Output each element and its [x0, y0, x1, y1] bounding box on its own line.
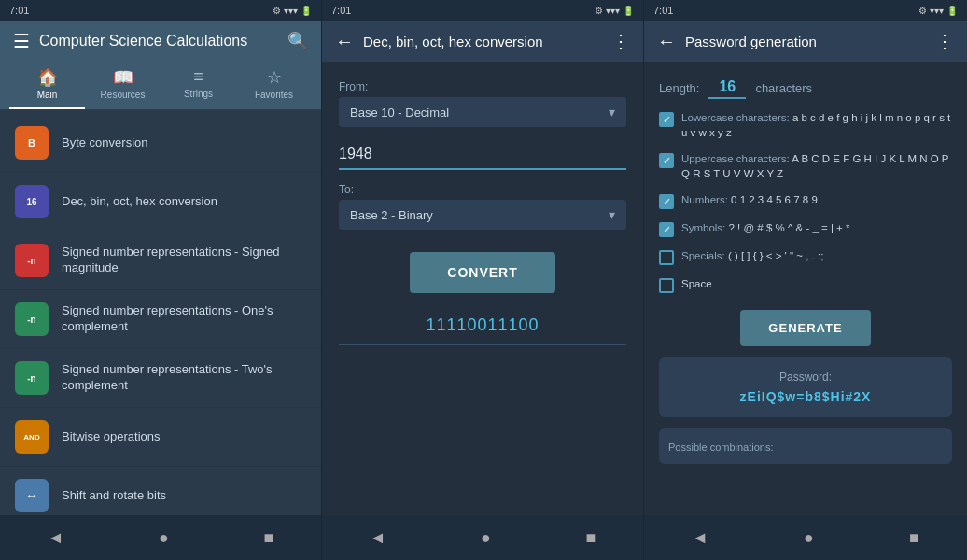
menu-item-twos[interactable]: -n Signed number representations - Two's…	[0, 349, 321, 408]
converter-title: Dec, bin, oct, hex conversion	[363, 34, 602, 49]
toolbar-1: ☰ Computer Science Calculations 🔍	[0, 21, 321, 62]
recents-btn-2[interactable]: ■	[585, 528, 596, 548]
to-label: To:	[339, 183, 626, 196]
nav-tabs: 🏠 Main 📖 Resources ≡ Strings ☆ Favorites	[0, 62, 321, 110]
specials-chars: ( ) [ ] { } < > ' " ~ , . :;	[728, 250, 823, 261]
more-icon-3[interactable]: ⋮	[935, 30, 954, 52]
symbols-text: Symbols: ? ! @ # $ % ^ & - _ = | + *	[681, 220, 850, 235]
length-unit: characters	[755, 81, 812, 95]
tab-favorites[interactable]: ☆ Favorites	[236, 67, 312, 109]
checkbox-numbers-box[interactable]: ✓	[659, 194, 674, 209]
menu-item-bitwise[interactable]: AND Bitwise operations	[0, 408, 321, 467]
checkbox-specials-box[interactable]	[659, 250, 674, 265]
menu-item-twos-label: Signed number representations - Two's co…	[62, 362, 306, 394]
checkbox-lowercase: ✓ Lowercase characters: a b c d e f g h …	[659, 110, 952, 140]
app-title: Computer Science Calculations	[39, 33, 278, 49]
symbols-chars: ? ! @ # $ % ^ & - _ = | + *	[729, 222, 850, 233]
length-value[interactable]: 16	[708, 77, 746, 99]
back-icon-2[interactable]: ←	[335, 31, 354, 52]
bottom-nav-2: ◄ ● ■	[322, 515, 643, 560]
from-value: Base 10 - Decimal	[350, 105, 449, 119]
back-btn-2[interactable]: ◄	[370, 528, 386, 548]
menu-item-signed-mag-label: Signed number representations - Signed m…	[62, 245, 306, 276]
to-section: To: Base 2 - Binary ▾	[339, 183, 626, 230]
bottom-nav-3: ◄ ● ■	[644, 515, 967, 560]
number-input[interactable]	[339, 146, 626, 162]
from-section: From: Base 10 - Decimal ▾	[339, 80, 626, 127]
byte-icon-box: B	[15, 126, 49, 160]
status-icons-3: ⚙ ▾▾▾ 🔋	[918, 6, 958, 16]
back-icon-3[interactable]: ←	[657, 31, 676, 52]
checkmark-uppercase: ✓	[663, 155, 671, 167]
more-icon-2[interactable]: ⋮	[611, 30, 630, 52]
checkmark-symbols: ✓	[663, 224, 671, 236]
checkbox-symbols: ✓ Symbols: ? ! @ # $ % ^ & - _ = | + *	[659, 220, 952, 237]
tab-favorites-label: Favorites	[255, 90, 293, 100]
password-display: Password: zEiIQ$w=b8$Hi#2X	[659, 357, 952, 417]
generate-button[interactable]: GENERATE	[740, 310, 870, 346]
numbers-text: Numbers: 0 1 2 3 4 5 6 7 8 9	[681, 192, 818, 207]
menu-item-dec[interactable]: 16 Dec, bin, oct, hex conversion	[0, 173, 321, 231]
tab-strings[interactable]: ≡ Strings	[161, 67, 236, 109]
checkbox-space-box[interactable]	[659, 278, 674, 293]
checkbox-symbols-box[interactable]: ✓	[659, 222, 674, 237]
checkbox-specials: Specials: ( ) [ ] { } < > ' " ~ , . :;	[659, 248, 952, 265]
home-btn-2[interactable]: ●	[481, 528, 491, 548]
checkbox-uppercase-box[interactable]: ✓	[659, 153, 674, 168]
menu-item-ones[interactable]: -n Signed number representations - One's…	[0, 290, 321, 349]
ones-icon-box: -n	[15, 302, 49, 336]
resources-icon: 📖	[113, 67, 133, 88]
panel-converter: 7:01 ⚙ ▾▾▾ 🔋 ← Dec, bin, oct, hex conver…	[322, 0, 644, 560]
space-label: Space	[681, 276, 712, 291]
uppercase-text: Uppercase characters: A B C D E F G H I …	[681, 151, 952, 181]
recents-btn-1[interactable]: ■	[263, 528, 273, 548]
checkbox-uppercase: ✓ Uppercase characters: A B C D E F G H …	[659, 151, 952, 181]
to-dropdown[interactable]: Base 2 - Binary ▾	[339, 200, 626, 230]
menu-item-ones-label: Signed number representations - One's co…	[62, 303, 306, 335]
tab-resources-label: Resources	[101, 90, 146, 100]
home-btn-1[interactable]: ●	[159, 528, 169, 548]
length-row: Length: 16 characters	[659, 77, 952, 99]
combinations-label: Possible combinations:	[668, 441, 774, 453]
strings-icon: ≡	[193, 67, 203, 87]
hamburger-icon[interactable]: ☰	[13, 30, 30, 52]
status-icon-1: ⚙ ▾▾▾ 🔋	[273, 6, 312, 16]
tab-strings-label: Strings	[184, 89, 213, 99]
input-row	[339, 140, 626, 170]
specials-text: Specials: ( ) [ ] { } < > ' " ~ , . :;	[681, 248, 823, 263]
bitwise-icon-box: AND	[15, 420, 49, 454]
menu-item-bitwise-label: Bitwise operations	[62, 429, 161, 445]
toolbar-3: ← Password generation ⋮	[644, 21, 967, 62]
bottom-nav-1: ◄ ● ■	[0, 515, 321, 560]
status-bar-1: 7:01 ⚙ ▾▾▾ 🔋	[0, 0, 321, 21]
from-dropdown[interactable]: Base 10 - Decimal ▾	[339, 97, 626, 127]
tab-main[interactable]: 🏠 Main	[9, 67, 85, 109]
twos-icon-box: -n	[15, 361, 49, 395]
menu-item-byte[interactable]: B Byte conversion	[0, 114, 321, 173]
menu-item-shift[interactable]: ↔ Shift and rotate bits	[0, 467, 321, 515]
checkbox-lowercase-box[interactable]: ✓	[659, 112, 674, 127]
specials-label: Specials:	[681, 250, 725, 261]
dec-icon-box: 16	[15, 185, 49, 218]
search-icon[interactable]: 🔍	[287, 31, 308, 51]
back-btn-1[interactable]: ◄	[48, 528, 64, 548]
convert-button[interactable]: CONVERT	[410, 252, 554, 293]
to-arrow: ▾	[609, 207, 615, 222]
password-value: zEiIQ$w=b8$Hi#2X	[672, 389, 939, 404]
from-label: From:	[339, 80, 626, 93]
panel-password: 7:01 ⚙ ▾▾▾ 🔋 ← Password generation ⋮ Len…	[644, 0, 967, 560]
signed-mag-icon-box: -n	[15, 244, 49, 277]
uppercase-label: Uppercase characters:	[681, 153, 790, 164]
menu-item-dec-label: Dec, bin, oct, hex conversion	[62, 194, 217, 210]
password-body: Length: 16 characters ✓ Lowercase charac…	[644, 62, 967, 515]
tab-resources[interactable]: 📖 Resources	[85, 67, 161, 109]
combinations-row: Possible combinations:	[659, 428, 952, 464]
shift-icon-box: ↔	[15, 479, 49, 512]
back-btn-3[interactable]: ◄	[692, 528, 708, 548]
toolbar-2: ← Dec, bin, oct, hex conversion ⋮	[322, 21, 643, 62]
status-bar-2: 7:01 ⚙ ▾▾▾ 🔋	[322, 0, 643, 21]
length-label: Length:	[659, 81, 699, 95]
menu-item-signed-mag[interactable]: -n Signed number representations - Signe…	[0, 231, 321, 290]
recents-btn-3[interactable]: ■	[909, 528, 919, 548]
home-btn-3[interactable]: ●	[804, 528, 814, 548]
